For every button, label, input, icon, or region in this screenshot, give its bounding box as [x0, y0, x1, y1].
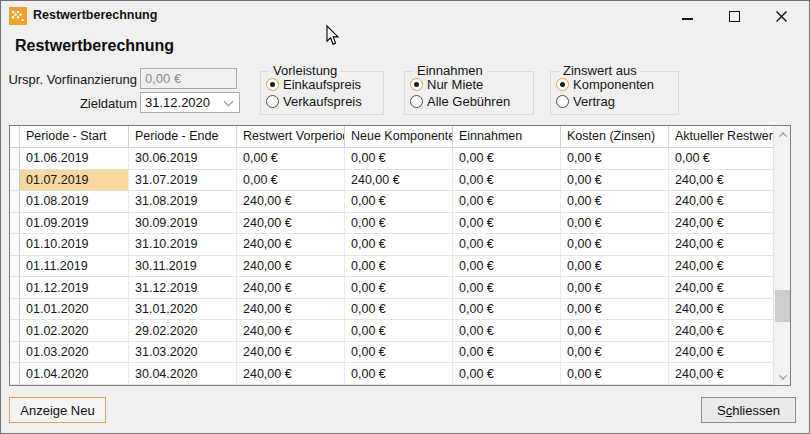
table-cell[interactable]: 0,00 €: [561, 234, 669, 256]
row-header[interactable]: [10, 170, 20, 192]
row-header[interactable]: [10, 234, 20, 256]
table-cell[interactable]: 240,00 €: [237, 277, 345, 299]
table-cell[interactable]: 01.06.2019: [20, 148, 129, 170]
row-header[interactable]: [10, 256, 20, 278]
table-cell[interactable]: 0,00 €: [237, 148, 345, 170]
table-cell[interactable]: 240,00 €: [237, 256, 345, 278]
table-cell[interactable]: 0,00 €: [561, 320, 669, 342]
vertical-scrollbar[interactable]: [773, 126, 790, 385]
minimize-button[interactable]: [664, 1, 711, 31]
table-cell[interactable]: 01.10.2019: [20, 234, 129, 256]
scroll-up-button[interactable]: [774, 126, 791, 143]
schliessen-button[interactable]: Schliessen: [701, 397, 796, 423]
row-header[interactable]: [10, 363, 20, 385]
radio-option[interactable]: Verkaufspreis: [266, 93, 381, 110]
table-cell[interactable]: 29.02.2020: [129, 320, 237, 342]
table-cell[interactable]: 240,00 €: [237, 299, 345, 321]
table-cell[interactable]: 0,00 €: [453, 148, 561, 170]
table-cell[interactable]: 0,00 €: [561, 363, 669, 385]
radio-option[interactable]: Einkaufspreis: [266, 76, 381, 93]
row-header[interactable]: [10, 213, 20, 235]
maximize-button[interactable]: [711, 1, 758, 31]
row-header[interactable]: [10, 320, 20, 342]
table-cell[interactable]: 0,00 €: [345, 299, 453, 321]
table-cell[interactable]: 0,00 €: [453, 234, 561, 256]
table-cell[interactable]: 0,00 €: [453, 191, 561, 213]
table-cell[interactable]: 240,00 €: [669, 256, 776, 278]
table-cell[interactable]: 0,00 €: [561, 342, 669, 364]
row-header[interactable]: [10, 299, 20, 321]
table-cell[interactable]: 240,00 €: [669, 299, 776, 321]
radio-option[interactable]: Nur Miete: [410, 76, 531, 93]
table-cell[interactable]: 240,00 €: [345, 170, 453, 192]
column-header[interactable]: Restwert Vorperiode: [237, 126, 345, 148]
table-cell[interactable]: 240,00 €: [669, 234, 776, 256]
column-header[interactable]: Periode - Ende: [129, 126, 237, 148]
table-cell[interactable]: 31.01.2020: [129, 299, 237, 321]
table-cell[interactable]: 0,00 €: [561, 213, 669, 235]
scrollbar-thumb[interactable]: [775, 290, 790, 322]
table-cell[interactable]: 240,00 €: [669, 277, 776, 299]
table-cell[interactable]: 0,00 €: [237, 170, 345, 192]
table-cell[interactable]: 0,00 €: [669, 148, 776, 170]
selected-cell[interactable]: 01.07.2019: [20, 170, 129, 192]
table-cell[interactable]: 240,00 €: [237, 342, 345, 364]
table-cell[interactable]: 240,00 €: [669, 170, 776, 192]
table-cell[interactable]: 0,00 €: [561, 256, 669, 278]
anzeige-neu-button[interactable]: Anzeige Neu: [9, 397, 106, 423]
table-cell[interactable]: 240,00 €: [669, 320, 776, 342]
table-cell[interactable]: 31.08.2019: [129, 191, 237, 213]
radio-option[interactable]: Komponenten: [556, 76, 676, 93]
table-cell[interactable]: 0,00 €: [561, 148, 669, 170]
table-cell[interactable]: 0,00 €: [561, 191, 669, 213]
row-header[interactable]: [10, 277, 20, 299]
table-cell[interactable]: 240,00 €: [669, 342, 776, 364]
row-header[interactable]: [10, 148, 20, 170]
table-cell[interactable]: 01.08.2019: [20, 191, 129, 213]
row-header[interactable]: [10, 191, 20, 213]
table-cell[interactable]: 240,00 €: [237, 213, 345, 235]
radio-option[interactable]: Alle Gebühren: [410, 93, 531, 110]
table-cell[interactable]: 240,00 €: [237, 320, 345, 342]
table-cell[interactable]: 0,00 €: [453, 277, 561, 299]
table-cell[interactable]: 30.04.2020: [129, 363, 237, 385]
table-cell[interactable]: 0,00 €: [345, 148, 453, 170]
close-button[interactable]: [758, 1, 805, 31]
table-cell[interactable]: 0,00 €: [345, 320, 453, 342]
table-cell[interactable]: 0,00 €: [345, 256, 453, 278]
row-header[interactable]: [10, 342, 20, 364]
table-cell[interactable]: 0,00 €: [453, 256, 561, 278]
table-cell[interactable]: 31.10.2019: [129, 234, 237, 256]
table-cell[interactable]: 31.12.2019: [129, 277, 237, 299]
table-cell[interactable]: 01.12.2019: [20, 277, 129, 299]
table-cell[interactable]: 240,00 €: [237, 191, 345, 213]
column-header[interactable]: Kosten (Zinsen): [561, 126, 669, 148]
table-cell[interactable]: 01.03.2020: [20, 342, 129, 364]
table-cell[interactable]: 0,00 €: [345, 277, 453, 299]
column-header[interactable]: Neue Komponenten: [345, 126, 453, 148]
scroll-down-button[interactable]: [774, 368, 791, 385]
table-cell[interactable]: 0,00 €: [345, 213, 453, 235]
table-cell[interactable]: 0,00 €: [345, 191, 453, 213]
table-cell[interactable]: 240,00 €: [669, 191, 776, 213]
zieldatum-dropdown[interactable]: 31.12.2020: [140, 92, 240, 113]
table-cell[interactable]: 30.11.2019: [129, 256, 237, 278]
table-cell[interactable]: 30.09.2019: [129, 213, 237, 235]
table-cell[interactable]: 240,00 €: [669, 213, 776, 235]
table-cell[interactable]: 0,00 €: [453, 299, 561, 321]
table-cell[interactable]: 01.01.2020: [20, 299, 129, 321]
radio-option[interactable]: Vertrag: [556, 93, 676, 110]
table-cell[interactable]: 0,00 €: [453, 170, 561, 192]
table-cell[interactable]: 240,00 €: [237, 363, 345, 385]
table-cell[interactable]: 31.07.2019: [129, 170, 237, 192]
table-cell[interactable]: 240,00 €: [237, 234, 345, 256]
table-cell[interactable]: 0,00 €: [561, 170, 669, 192]
table-cell[interactable]: 0,00 €: [345, 363, 453, 385]
table-cell[interactable]: 0,00 €: [453, 320, 561, 342]
table-cell[interactable]: 01.11.2019: [20, 256, 129, 278]
table-cell[interactable]: 0,00 €: [561, 277, 669, 299]
table-cell[interactable]: 31.03.2020: [129, 342, 237, 364]
table-cell[interactable]: 0,00 €: [561, 299, 669, 321]
column-header[interactable]: Aktueller Restwert: [669, 126, 776, 148]
column-header[interactable]: Periode - Start: [20, 126, 129, 148]
